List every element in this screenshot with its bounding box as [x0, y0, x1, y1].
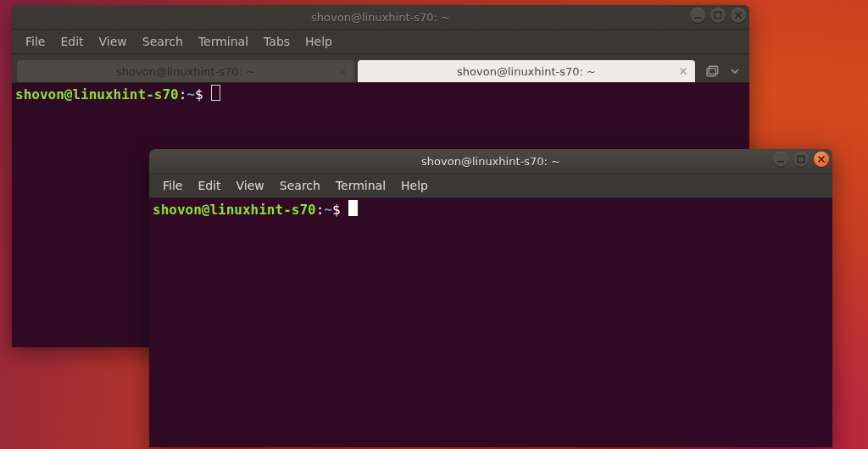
terminal-output[interactable]: shovon@linuxhint-s70:~$ — [149, 198, 832, 447]
close-button[interactable] — [814, 152, 829, 167]
maximize-button[interactable] — [793, 152, 809, 167]
menu-file[interactable]: File — [156, 177, 189, 194]
prompt-userhost: shovon@linuxhint-s70 — [15, 86, 179, 103]
close-icon — [679, 67, 687, 75]
prompt-userhost: shovon@linuxhint-s70 — [153, 202, 316, 218]
prompt-dollar: $ — [195, 86, 203, 103]
svg-rect-3 — [709, 66, 717, 74]
titlebar[interactable]: shovon@linuxhint-s70: ~ — [149, 149, 832, 174]
menu-file[interactable]: File — [19, 33, 52, 50]
menu-view[interactable]: View — [92, 33, 134, 50]
terminal-tab[interactable]: shovon@linuxhint-s70: ~ — [358, 60, 695, 82]
menu-edit[interactable]: Edit — [53, 33, 90, 50]
menubar: File Edit View Search Terminal Help — [149, 174, 832, 198]
prompt-path: ~ — [186, 86, 195, 103]
menu-edit[interactable]: Edit — [191, 177, 227, 194]
prompt-colon: : — [316, 202, 325, 218]
prompt-path: ~ — [324, 202, 332, 218]
menu-help[interactable]: Help — [394, 177, 435, 194]
tab-label: shovon@linuxhint-s70: ~ — [17, 65, 354, 78]
desktop: shovon@linuxhint-s70: ~ File Edit View S… — [0, 0, 868, 449]
menu-view[interactable]: View — [230, 177, 271, 194]
close-button[interactable] — [731, 8, 746, 23]
terminal-cursor — [348, 200, 358, 216]
terminal-cursor — [211, 85, 220, 101]
window-title: shovon@linuxhint-s70: ~ — [311, 11, 450, 24]
maximize-icon — [797, 155, 805, 164]
terminal-window-2[interactable]: shovon@linuxhint-s70: ~ File Edit View S… — [149, 149, 832, 447]
menubar: File Edit View Search Terminal Tabs Help — [12, 30, 749, 54]
menu-terminal[interactable]: Terminal — [192, 33, 255, 50]
tab-overflow-button[interactable] — [726, 62, 744, 80]
tab-close-button[interactable] — [336, 64, 349, 78]
svg-rect-4 — [777, 161, 784, 163]
tab-bar: shovon@linuxhint-s70: ~ shovon@linuxhint… — [12, 54, 749, 83]
menu-tabs[interactable]: Tabs — [257, 33, 297, 50]
menu-terminal[interactable]: Terminal — [329, 177, 392, 194]
svg-rect-5 — [798, 156, 804, 163]
minimize-icon — [693, 11, 702, 19]
prompt-colon: : — [179, 86, 187, 103]
svg-rect-2 — [707, 69, 715, 76]
titlebar[interactable]: shovon@linuxhint-s70: ~ — [12, 5, 749, 30]
maximize-icon — [714, 11, 722, 19]
new-tab-button[interactable] — [704, 62, 722, 80]
close-icon — [338, 67, 347, 75]
tab-close-button[interactable] — [676, 64, 690, 78]
close-icon — [734, 11, 743, 19]
window-controls — [690, 8, 746, 23]
prompt-dollar: $ — [332, 202, 341, 218]
tab-label: shovon@linuxhint-s70: ~ — [358, 65, 695, 78]
menu-help[interactable]: Help — [298, 33, 339, 50]
close-icon — [817, 155, 826, 164]
window-controls — [773, 152, 829, 167]
minimize-icon — [776, 155, 785, 164]
menu-search[interactable]: Search — [136, 33, 190, 50]
menu-search[interactable]: Search — [273, 177, 327, 194]
svg-rect-1 — [715, 12, 721, 19]
svg-rect-0 — [694, 17, 701, 19]
new-tab-icon — [706, 64, 720, 78]
terminal-tab-active[interactable]: shovon@linuxhint-s70: ~ — [17, 60, 354, 82]
tab-bar-actions — [704, 62, 744, 80]
minimize-button[interactable] — [773, 152, 788, 167]
chevron-down-icon — [731, 69, 739, 74]
window-title: shovon@linuxhint-s70: ~ — [421, 155, 560, 168]
maximize-button[interactable] — [710, 8, 726, 23]
minimize-button[interactable] — [690, 8, 705, 23]
